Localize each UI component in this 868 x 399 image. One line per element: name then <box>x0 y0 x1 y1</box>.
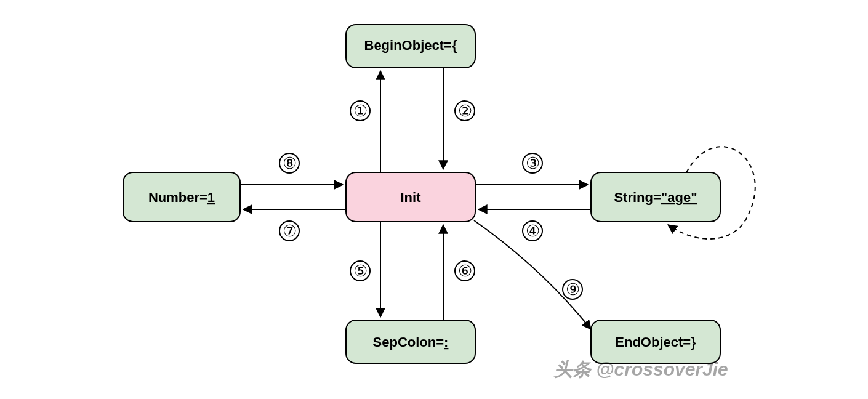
edge-label-5: ⑤ <box>350 261 370 281</box>
svg-text:BeginObject={: BeginObject={ <box>364 38 457 53</box>
svg-text:①: ① <box>353 102 368 120</box>
svg-text:⑨: ⑨ <box>566 280 580 299</box>
edge-label-6: ⑥ <box>455 261 475 281</box>
edge-label-8: ⑧ <box>279 153 299 173</box>
svg-text:EndObject=}: EndObject=} <box>615 334 696 350</box>
svg-text:SepColon=:: SepColon=: <box>373 334 449 350</box>
svg-text:String="age": String="age" <box>614 190 697 205</box>
svg-text:Number=1: Number=1 <box>148 190 215 205</box>
state-diagram: BeginObject={ Init Number=1 String="age"… <box>0 0 868 399</box>
node-end-object: EndObject=} <box>591 320 720 363</box>
edge-label-2: ② <box>455 101 475 121</box>
node-sep-colon: SepColon=: <box>346 320 475 363</box>
edge-label-3: ③ <box>523 153 542 173</box>
edge-label-1: ① <box>350 101 370 121</box>
watermark: 头条 @crossoverJie <box>553 359 728 379</box>
svg-text:⑧: ⑧ <box>283 154 297 172</box>
node-begin-object: BeginObject={ <box>346 25 475 68</box>
edge-label-4: ④ <box>523 221 542 241</box>
svg-text:Init: Init <box>401 190 422 205</box>
svg-text:③: ③ <box>526 154 540 172</box>
svg-text:⑦: ⑦ <box>283 222 297 240</box>
node-init: Init <box>346 172 475 222</box>
node-number: Number=1 <box>123 172 240 222</box>
svg-text:⑤: ⑤ <box>353 262 368 280</box>
svg-text:④: ④ <box>526 222 540 240</box>
svg-text:⑥: ⑥ <box>458 262 472 280</box>
svg-text:②: ② <box>458 102 472 120</box>
node-string: String="age" <box>591 172 720 222</box>
edge-label-9: ⑨ <box>563 280 582 299</box>
edge-label-7: ⑦ <box>279 221 299 241</box>
